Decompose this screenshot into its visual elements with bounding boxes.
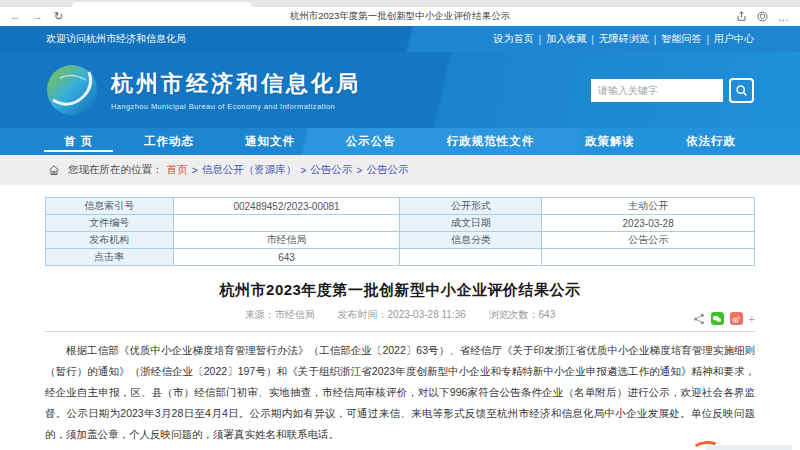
more-share-icon[interactable]: + [749, 312, 755, 325]
link-user-center[interactable]: 用户中心 [714, 32, 754, 46]
table-row: 发布机构 市经信局 信息分类 公告公示 [46, 232, 755, 249]
shield-icon[interactable] [757, 11, 768, 22]
search-box [591, 78, 754, 103]
main-nav: 首 页 工作动态 通知文件 公示公告 行政规范性文件 政策解读 依法行政 [0, 128, 800, 155]
breadcrumb-announcements-2[interactable]: 公告公示 [366, 163, 408, 177]
forward-icon[interactable]: → [32, 11, 43, 22]
more-menu-icon[interactable]: … [778, 11, 790, 23]
nav-item-policy-interpretation[interactable]: 政策解读 [579, 128, 641, 155]
share-page-icon[interactable] [736, 11, 747, 22]
nav-item-public-announcements[interactable]: 公示公告 [340, 128, 402, 155]
search-icon [735, 84, 748, 97]
article-paragraph: 根据工信部《优质中小企业梯度培育管理暂行办法》（工信部企业〔2022〕63号）、… [45, 340, 755, 445]
browser-page-title: 杭州市2023年度第一批创新型中小企业评价结果公示 [82, 10, 718, 23]
search-input[interactable] [591, 79, 723, 102]
site-title-en: Hangzhou Municipal Bureau of Economy and… [111, 102, 361, 111]
nav-item-notice-docs[interactable]: 通知文件 [239, 128, 301, 155]
article-title: 杭州市2023年度第一批创新型中小企业评价结果公示 [45, 281, 755, 300]
info-category-value: 公告公示 [542, 232, 755, 249]
click-rate-value: 643 [173, 249, 400, 266]
empty-cell [542, 249, 755, 266]
table-row: 文件编号 成文日期 2023-03-28 [46, 215, 755, 232]
browser-tab[interactable] [72, 2, 252, 7]
table-row: 点击率 643 [46, 249, 755, 266]
breadcrumb-prefix: 您现在所在的位置： [68, 163, 163, 177]
search-button[interactable] [729, 78, 754, 103]
wechat-share-icon[interactable] [711, 312, 724, 325]
back-icon[interactable]: ← [10, 11, 21, 22]
nav-item-regulatory-docs[interactable]: 行政规范性文件 [441, 128, 541, 155]
nav-item-law-admin[interactable]: 依法行政 [680, 128, 742, 155]
welcome-bar: 欢迎访问杭州市经济和信息化局 设为首页 | 加入收藏 | 无障碍浏览 | 智能问… [0, 26, 800, 52]
weibo-share-icon[interactable] [730, 312, 743, 325]
site-header: 杭州市经济和信息化局 Hangzhou Municipal Bureau of … [0, 52, 800, 128]
article-meta: 来源：市经信局 发布时间：2023-03-28 11:36 浏览次数：643 [45, 308, 755, 332]
breadcrumb-info-disclosure[interactable]: 信息公开（资源库） [202, 163, 297, 177]
info-index-value: 002489452/2023-00081 [173, 198, 400, 215]
article-publish-time: 发布时间：2023-03-28 11:36 [338, 309, 466, 320]
home-icon [48, 164, 60, 176]
date-written-label: 成文日期 [400, 215, 542, 232]
link-set-homepage[interactable]: 设为首页 [494, 32, 534, 46]
date-written-value: 2023-03-28 [542, 215, 755, 232]
info-category-label: 信息分类 [400, 232, 542, 249]
welcome-text: 欢迎访问杭州市经济和信息化局 [46, 32, 186, 46]
contact-phone: 联系电话：0571-85257090 [45, 445, 755, 450]
click-rate-label: 点击率 [46, 249, 174, 266]
open-form-label: 公开形式 [400, 198, 542, 215]
nav-item-work-news[interactable]: 工作动态 [138, 128, 200, 155]
link-add-favorite[interactable]: 加入收藏 [546, 32, 586, 46]
article-views: 浏览次数：643 [489, 309, 556, 320]
article-source: 来源：市经信局 [245, 309, 315, 320]
link-smart-qa[interactable]: 智能问答 [661, 32, 701, 46]
nav-item-home[interactable]: 首 页 [58, 128, 99, 155]
open-form-value: 主动公开 [542, 198, 755, 215]
table-row: 信息索引号 002489452/2023-00081 公开形式 主动公开 [46, 198, 755, 215]
site-title: 杭州市经济和信息化局 [111, 69, 361, 99]
share-icon[interactable] [693, 312, 705, 325]
browser-toolbar: ← → ↻ 杭州市2023年度第一批创新型中小企业评价结果公示 … [0, 7, 800, 26]
info-index-label: 信息索引号 [46, 198, 174, 215]
breadcrumb-home[interactable]: 首页 [167, 163, 188, 177]
breadcrumb-announcements[interactable]: 公告公示 [310, 163, 352, 177]
refresh-icon[interactable]: ↻ [54, 11, 63, 22]
publisher-label: 发布机构 [46, 232, 174, 249]
file-number-value [173, 215, 400, 232]
browser-tab-strip [0, 0, 800, 7]
link-accessibility[interactable]: 无障碍浏览 [599, 32, 649, 46]
bureau-logo[interactable] [46, 64, 98, 116]
publisher-value: 市经信局 [173, 232, 400, 249]
article-body: 根据工信部《优质中小企业梯度培育管理暂行办法》（工信部企业〔2022〕63号）、… [45, 340, 755, 450]
file-number-label: 文件编号 [46, 215, 174, 232]
content-area: 信息索引号 002489452/2023-00081 公开形式 主动公开 文件编… [0, 185, 800, 450]
document-info-table: 信息索引号 002489452/2023-00081 公开形式 主动公开 文件编… [45, 197, 755, 266]
breadcrumb: 您现在所在的位置： 首页 > 信息公开（资源库） > 公告公示 > 公告公示 [0, 155, 800, 185]
empty-cell [400, 249, 542, 266]
